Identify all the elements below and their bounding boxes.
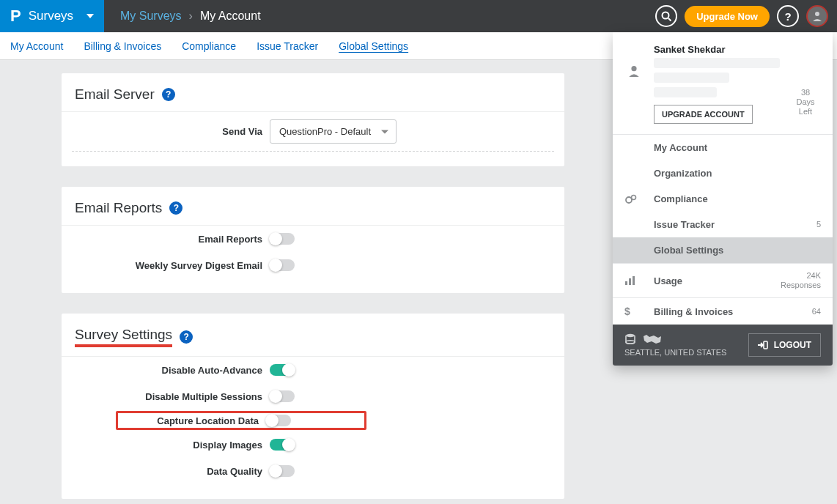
- days-left: 38 Days Left: [790, 44, 821, 124]
- select-send-via[interactable]: QuestionPro - Default: [270, 119, 397, 144]
- menu-item-organization[interactable]: Organization: [613, 160, 833, 186]
- user-icon: [624, 44, 644, 124]
- search-button[interactable]: [655, 5, 677, 27]
- label-disable-multiple-sessions: Disable Multiple Sessions: [72, 391, 270, 402]
- panel-email-server: Email Server ? Send Via QuestionPro - De…: [62, 73, 564, 166]
- dollar-icon: $: [624, 305, 654, 317]
- toggle-disable-auto-advance[interactable]: [270, 364, 295, 376]
- bars-icon: [624, 275, 654, 286]
- label-display-images: Display Images: [72, 440, 270, 451]
- top-right-actions: Upgrade Now ?: [655, 5, 837, 27]
- caret-down-icon: [86, 14, 94, 18]
- redacted-line: [654, 58, 780, 68]
- highlight-capture-location: Capture Location Data: [116, 411, 366, 430]
- help-icon[interactable]: ?: [162, 88, 175, 101]
- avatar-icon: [811, 10, 823, 22]
- tab-my-account[interactable]: My Account: [10, 40, 63, 52]
- menu-item-issue-tracker[interactable]: Issue Tracker 5: [613, 212, 833, 237]
- question-icon: ?: [784, 10, 791, 23]
- tab-issue-tracker[interactable]: Issue Tracker: [257, 40, 318, 52]
- breadcrumb-level2: My Account: [200, 10, 261, 23]
- chevron-right-icon: ›: [189, 10, 193, 23]
- location-text: SEATTLE, UNITED STATES: [624, 348, 726, 357]
- gears-icon: [624, 194, 654, 204]
- svg-point-0: [663, 12, 669, 19]
- breadcrumb: My Surveys › My Account: [104, 10, 261, 23]
- svg-point-2: [815, 12, 819, 16]
- map-icon: [642, 333, 663, 345]
- product-title: Surveys: [29, 9, 73, 23]
- tab-billing[interactable]: Billing & Invoices: [84, 40, 161, 52]
- svg-line-1: [668, 18, 671, 21]
- panel-email-reports: Email Reports ? Email Reports Weekly Sur…: [62, 187, 564, 293]
- logout-button[interactable]: LOGOUT: [748, 333, 821, 357]
- redacted-line: [654, 87, 717, 97]
- svg-point-11: [626, 341, 635, 344]
- menu-item-usage[interactable]: Usage 24KResponses: [613, 264, 833, 297]
- toggle-capture-location-data[interactable]: [266, 415, 291, 426]
- tab-global-settings[interactable]: Global Settings: [339, 40, 408, 52]
- svg-point-5: [632, 195, 636, 199]
- database-icon: [624, 333, 636, 345]
- panel-survey-settings: Survey Settings ? Disable Auto-Advance D…: [62, 314, 564, 499]
- svg-text:$: $: [624, 305, 630, 317]
- svg-rect-8: [633, 276, 635, 285]
- upgrade-now-button[interactable]: Upgrade Now: [685, 6, 770, 27]
- account-user-name: Sanket Shekdar: [654, 44, 780, 55]
- toggle-disable-multiple-sessions[interactable]: [270, 390, 295, 402]
- panel-title: Survey Settings: [75, 327, 172, 347]
- menu-item-compliance[interactable]: Compliance: [613, 186, 833, 212]
- toggle-data-quality[interactable]: [270, 465, 295, 477]
- panel-title: Email Server: [75, 86, 155, 103]
- svg-point-10: [626, 334, 635, 337]
- avatar-button[interactable]: [806, 5, 828, 27]
- label-data-quality: Data Quality: [72, 466, 270, 477]
- toggle-weekly-digest[interactable]: [270, 259, 295, 271]
- top-bar: P Surveys My Surveys › My Account Upgrad…: [0, 0, 837, 32]
- label-weekly-digest: Weekly Survey Digest Email: [72, 260, 270, 271]
- svg-rect-12: [764, 341, 767, 349]
- panel-title: Email Reports: [75, 200, 162, 216]
- toggle-display-images[interactable]: [270, 439, 295, 451]
- help-icon[interactable]: ?: [169, 201, 182, 215]
- account-menu: Sanket Shekdar UPGRADE ACCOUNT 38 Days L…: [613, 32, 833, 366]
- toggle-email-reports[interactable]: [270, 233, 295, 245]
- search-icon: [661, 11, 671, 21]
- svg-point-3: [631, 66, 636, 71]
- logout-icon: [758, 341, 768, 349]
- upgrade-account-button[interactable]: UPGRADE ACCOUNT: [654, 105, 753, 124]
- svg-rect-7: [629, 278, 631, 285]
- label-send-via: Send Via: [72, 126, 270, 137]
- main-content: Email Server ? Send Via QuestionPro - De…: [0, 60, 564, 499]
- label-capture-location-data: Capture Location Data: [118, 415, 266, 426]
- tab-compliance[interactable]: Compliance: [182, 40, 236, 52]
- product-switcher[interactable]: P Surveys: [0, 0, 104, 32]
- menu-item-my-account[interactable]: My Account: [613, 135, 833, 160]
- label-disable-auto-advance: Disable Auto-Advance: [72, 365, 270, 376]
- svg-rect-6: [625, 281, 627, 285]
- label-email-reports: Email Reports: [72, 234, 270, 245]
- menu-item-global-settings[interactable]: Global Settings: [613, 237, 833, 263]
- logo-icon: P: [10, 7, 21, 26]
- redacted-line: [654, 73, 729, 83]
- help-button[interactable]: ?: [777, 5, 799, 27]
- help-icon[interactable]: ?: [180, 330, 193, 344]
- menu-item-billing[interactable]: $ Billing & Invoices 64: [613, 298, 833, 325]
- breadcrumb-level1[interactable]: My Surveys: [120, 10, 182, 23]
